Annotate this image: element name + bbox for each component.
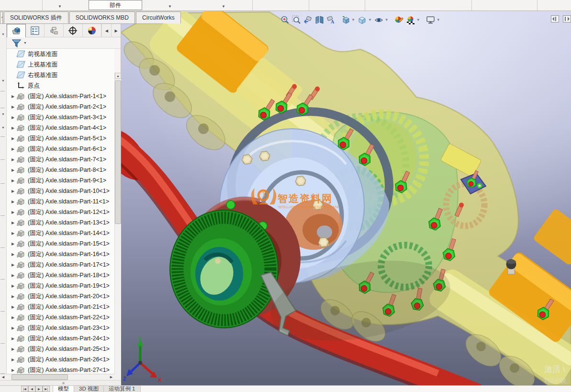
zoom-to-fit-icon[interactable] <box>279 14 291 25</box>
tree-vertical-scrollbar[interactable]: ▲ ▼ <box>114 73 121 392</box>
expand-arrow-icon[interactable]: ▶ <box>10 136 16 141</box>
tree-item-part[interactable]: ▶ (固定) Axle.sldasm-Part-19<1> <box>7 280 114 291</box>
graphics-area[interactable]: 智造资料网 INTELLIGENT MANUFACTURING DATA Y Z… <box>121 11 571 385</box>
view-orientation-icon[interactable] <box>340 14 351 25</box>
tab-circuitworks[interactable]: CircuitWorks <box>136 11 181 23</box>
view-settings-icon[interactable] <box>425 14 437 25</box>
expand-arrow-icon[interactable]: ▶ <box>10 105 16 109</box>
expand-arrow-icon[interactable]: ▶ <box>10 368 16 372</box>
tree-item-plane[interactable]: 前视基准面 <box>7 49 114 59</box>
tree-item-part[interactable]: ▶ (固定) Axle.sldasm-Part-16<1> <box>7 249 114 259</box>
expand-arrow-icon[interactable]: ▶ <box>10 347 16 351</box>
zoom-to-area-icon[interactable] <box>291 14 302 25</box>
tree-item-part[interactable]: ▶ (固定) Axle.sldasm-Part-14<1> <box>7 228 114 238</box>
expand-arrow-icon[interactable]: ▶ <box>10 252 16 257</box>
hide-show-items-icon[interactable] <box>373 14 385 25</box>
tree-item-part[interactable]: ▶ (固定) Axle.sldasm-Part-7<1> <box>7 154 114 165</box>
expand-arrow-icon[interactable]: ▶ <box>10 263 16 267</box>
filter-funnel-icon[interactable] <box>11 38 22 48</box>
tree-item-part[interactable]: ▶ (固定) Axle.sldasm-Part-27<1> <box>7 365 114 374</box>
ribbon-dropdown-caret[interactable]: ▼ <box>58 4 62 9</box>
manager-tabs-prev-button[interactable]: ◀ <box>101 24 111 37</box>
tab-displaymanager[interactable] <box>83 24 102 37</box>
section-view-icon[interactable] <box>313 14 325 25</box>
expand-arrow-icon[interactable]: ▶ <box>10 221 16 225</box>
tree-item-part[interactable]: ▶ (固定) Axle.sldasm-Part-21<1> <box>7 302 114 312</box>
tree-item-part[interactable]: ▶ (固定) Axle.sldasm-Part-9<1> <box>7 175 114 186</box>
axle-assembly-model[interactable]: 智造资料网 INTELLIGENT MANUFACTURING DATA Y Z… <box>121 11 571 385</box>
tree-item-plane[interactable]: 上视基准面 <box>7 59 114 70</box>
previous-view-icon[interactable] <box>302 14 313 25</box>
expand-arrow-icon[interactable]: ▶ <box>10 242 16 246</box>
tree-horizontal-scrollbar[interactable]: ◀ ▶ <box>0 374 115 380</box>
strip-caret[interactable]: ▼ <box>1 126 5 129</box>
expand-arrow-icon[interactable]: ▶ <box>10 147 16 151</box>
vertical-scroll-thumb[interactable] <box>115 80 121 224</box>
tree-item-part[interactable]: ▶ (固定) Axle.sldasm-Part-24<1> <box>7 333 114 344</box>
tree-item-part[interactable]: ▶ (固定) Axle.sldasm-Part-15<1> <box>7 238 114 249</box>
tree-item-part[interactable]: ▶ (固定) Axle.sldasm-Part-17<1> <box>7 259 114 270</box>
view-orientation-caret[interactable]: ▼ <box>351 18 355 22</box>
tree-item-origin[interactable]: 原点 <box>7 80 114 91</box>
expand-arrow-icon[interactable]: ▶ <box>10 189 16 193</box>
expand-arrow-icon[interactable]: ▶ <box>10 168 16 172</box>
expand-arrow-icon[interactable]: ▶ <box>10 115 16 120</box>
last-tab-button[interactable]: ▶| <box>43 386 50 392</box>
expand-arrow-icon[interactable]: ▶ <box>10 358 16 362</box>
collapse-pane-left-button[interactable] <box>551 15 559 22</box>
tree-item-part[interactable]: ▶ (固定) Axle.sldasm-Part-10<1> <box>7 186 114 196</box>
tree-item-plane[interactable]: 右视基准面 <box>7 70 114 80</box>
tree-item-part[interactable]: ▶ (固定) Axle.sldasm-Part-3<1> <box>7 112 114 123</box>
scroll-right-button[interactable]: ▶ <box>108 374 114 380</box>
scroll-left-button[interactable]: ◀ <box>0 374 6 380</box>
expand-arrow-icon[interactable]: ▶ <box>10 305 16 309</box>
expand-arrow-icon[interactable]: ▶ <box>10 157 16 162</box>
expand-arrow-icon[interactable]: ▶ <box>10 94 16 99</box>
tree-item-part[interactable]: ▶ (固定) Axle.sldasm-Part-23<1> <box>7 323 114 333</box>
strip-caret[interactable]: ▼ <box>1 33 5 36</box>
tab-solidworks-mbd[interactable]: SOLIDWORKS MBD <box>69 11 135 23</box>
breather-cap-part[interactable] <box>506 259 516 275</box>
horizontal-scroll-thumb[interactable] <box>11 374 68 380</box>
display-style-icon[interactable] <box>357 14 368 25</box>
tab-featuremanager[interactable] <box>7 24 26 37</box>
strip-caret[interactable]: ▼ <box>1 112 5 116</box>
tree-item-part[interactable]: ▶ (固定) Axle.sldasm-Part-25<1> <box>7 344 114 354</box>
tab-configurationmanager[interactable] <box>45 24 64 37</box>
tree-item-part[interactable]: ▶ (固定) Axle.sldasm-Part-5<1> <box>7 133 114 144</box>
tree-item-part[interactable]: ▶ (固定) Axle.sldasm-Part-6<1> <box>7 144 114 154</box>
hide-show-items-caret[interactable]: ▼ <box>385 18 389 22</box>
tree-item-part[interactable]: ▶ (固定) Axle.sldasm-Part-12<1> <box>7 207 114 217</box>
tree-item-part[interactable]: ▶ (固定) Axle.sldasm-Part-11<1> <box>7 196 114 207</box>
expand-arrow-icon[interactable]: ▶ <box>10 210 16 214</box>
manager-tabs-next-button[interactable]: ▶ <box>111 24 121 37</box>
tab-evaluate-partial[interactable]: 估 <box>0 11 3 23</box>
tree-item-part[interactable]: ▶ (固定) Axle.sldasm-Part-13<1> <box>7 217 114 228</box>
tree-item-part[interactable]: ▶ (固定) Axle.sldasm-Part-18<1> <box>7 270 114 280</box>
ribbon-dropdown-caret[interactable]: ▼ <box>168 4 172 9</box>
ribbon-dropdown-caret[interactable]: ▼ <box>222 4 225 9</box>
display-style-caret[interactable]: ▼ <box>368 18 372 22</box>
strip-caret[interactable]: ▼ <box>1 79 5 82</box>
view-settings-caret[interactable]: ▼ <box>437 18 440 22</box>
tab-dimxpertmanager[interactable] <box>64 24 83 37</box>
brake-drum-green-part[interactable] <box>170 210 278 328</box>
expand-arrow-icon[interactable]: ▶ <box>10 200 16 204</box>
expand-arrow-icon[interactable]: ▶ <box>10 284 16 288</box>
edit-appearance-icon[interactable] <box>393 14 405 25</box>
next-tab-button[interactable]: ▶ <box>35 386 43 392</box>
expand-arrow-icon[interactable]: ▶ <box>10 179 16 183</box>
expand-arrow-icon[interactable]: ▶ <box>10 294 16 299</box>
view-annotations-icon[interactable]: A <box>325 14 336 25</box>
prev-tab-button[interactable]: ◀ <box>28 386 35 392</box>
expand-arrow-icon[interactable]: ▶ <box>10 336 16 341</box>
expand-arrow-icon[interactable]: ▶ <box>10 273 16 278</box>
tree-item-part[interactable]: ▶ (固定) Axle.sldasm-Part-1<1> <box>7 91 114 101</box>
expand-arrow-icon[interactable]: ▶ <box>10 231 16 235</box>
first-tab-button[interactable]: |◀ <box>21 386 28 392</box>
tree-item-part[interactable]: ▶ (固定) Axle.sldasm-Part-2<1> <box>7 101 114 112</box>
tab-propertymanager[interactable] <box>26 24 45 37</box>
tab-solidworks-addins[interactable]: SOLIDWORKS 插件 <box>4 11 68 23</box>
expand-arrow-icon[interactable]: ▶ <box>10 326 16 330</box>
scroll-up-button[interactable]: ▲ <box>115 73 121 79</box>
